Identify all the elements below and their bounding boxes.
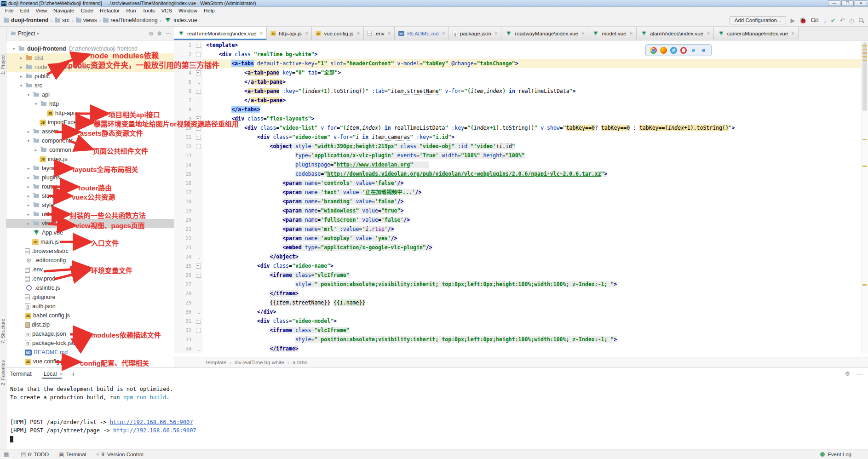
editor-scrollbar[interactable]: [861, 40, 868, 353]
tree-item[interactable]: ▸assets: [6, 127, 174, 136]
close-button[interactable]: ✕: [855, 0, 867, 6]
tree-item[interactable]: App.vue: [6, 228, 174, 237]
editor-tab[interactable]: model.vue✕: [588, 27, 637, 40]
tree-item[interactable]: ▸layouts: [6, 164, 174, 173]
editor-tab[interactable]: JShttp-api.js✕: [267, 27, 312, 40]
close-icon[interactable]: ✕: [581, 31, 585, 36]
tree-item[interactable]: ▾http: [6, 99, 174, 109]
close-icon[interactable]: ✕: [494, 31, 498, 36]
chevron-down-icon[interactable]: ▾: [37, 31, 39, 36]
editor-tab[interactable]: alarmVideos\index.vue✕: [637, 27, 714, 40]
window-control-button[interactable]: ❐: [841, 0, 854, 6]
menu-run[interactable]: Run: [123, 8, 139, 13]
menu-help[interactable]: Help: [201, 8, 218, 13]
editor-area[interactable]: realTimeMonitoring\index.vue✕JShttp-api.…: [174, 27, 868, 367]
toolwindow-structure-label[interactable]: 7: Structure: [0, 319, 6, 344]
editor-tab[interactable]: cameraManage\index.vue✕: [714, 27, 799, 40]
editor-breadcrumb-item[interactable]: div.realTime.bg-white: [235, 360, 284, 365]
tree-item[interactable]: ▸public: [6, 72, 174, 81]
tree-item[interactable]: ▾api: [6, 90, 174, 99]
close-icon[interactable]: ✕: [707, 31, 710, 36]
window-control-button[interactable]: —: [828, 0, 840, 6]
tree-item[interactable]: ▾components: [6, 136, 174, 145]
chrome-icon[interactable]: [650, 47, 657, 54]
menu-navigate[interactable]: Navigate: [50, 8, 77, 13]
statusbar-event-log[interactable]: Event Log: [820, 452, 851, 457]
statusbar-terminal[interactable]: ▣Terminal: [59, 451, 86, 458]
close-icon[interactable]: ✕: [59, 372, 63, 376]
locate-file-icon[interactable]: ⊕: [149, 30, 153, 37]
close-icon[interactable]: ✕: [305, 31, 309, 36]
editor-breadcrumb-item[interactable]: template: [206, 360, 226, 365]
menu-edit[interactable]: Edit: [17, 8, 33, 13]
tree-item[interactable]: MDREADME.md: [6, 348, 174, 357]
statusbar-todo[interactable]: ▤6: TODO: [21, 451, 49, 458]
tree-item[interactable]: JSindex.js: [6, 155, 174, 164]
breadcrumb-item[interactable]: src: [55, 17, 69, 23]
search-icon[interactable]: [858, 17, 864, 23]
breadcrumb-item[interactable]: realTimeMonitoring: [103, 17, 157, 23]
settings-gear-icon[interactable]: ⚙: [157, 30, 162, 37]
tree-item[interactable]: ▸dist: [6, 53, 174, 63]
close-icon[interactable]: ✕: [388, 31, 391, 36]
toolwindow-project-label[interactable]: 1: Project: [0, 54, 6, 75]
tree-item[interactable]: .eslintrc.js: [6, 283, 174, 293]
tree-item[interactable]: ▾src: [6, 81, 174, 90]
git-history-icon[interactable]: ◷: [849, 17, 854, 24]
ie-icon[interactable]: e: [690, 47, 697, 54]
statusbar-version-control[interactable]: ⑂9: Version Control: [96, 451, 144, 458]
editor-tab[interactable]: roadwayManage\index.vue✕: [501, 27, 588, 40]
tree-item[interactable]: {}auth.json: [6, 302, 174, 311]
breadcrumb-item[interactable]: index.vue: [164, 17, 197, 24]
hide-panel-icon[interactable]: —: [166, 30, 171, 37]
tree-item[interactable]: JSmain.js: [6, 237, 174, 247]
git-commit-icon[interactable]: ✔: [831, 17, 836, 24]
editor-tab[interactable]: {}package.json✕: [449, 27, 501, 40]
add-configuration-button[interactable]: Add Configuration...: [730, 16, 787, 24]
editor-breadcrumb-item[interactable]: a-tabs: [293, 360, 307, 365]
tree-item[interactable]: {}package-lock.json: [6, 339, 174, 348]
toolwindow-favorites-label[interactable]: 2: Favorites: [0, 360, 6, 385]
project-tree[interactable]: ▾duoji-frontendD:\zheheWeb\duoji-fronten…: [6, 44, 174, 366]
opera-icon[interactable]: [680, 47, 687, 54]
breadcrumb-item[interactable]: views: [76, 17, 97, 23]
git-update-icon[interactable]: ↓: [823, 17, 827, 24]
tree-item[interactable]: ▸plugins: [6, 173, 174, 182]
tree-item[interactable]: ▸style: [6, 201, 174, 210]
close-icon[interactable]: ✕: [629, 31, 633, 36]
new-terminal-tab-button[interactable]: +: [71, 370, 75, 378]
git-revert-icon[interactable]: ↶: [840, 17, 845, 24]
tree-item[interactable]: dist.zip: [6, 320, 174, 329]
close-icon[interactable]: ✕: [791, 31, 795, 36]
menu-tools[interactable]: Tools: [139, 8, 158, 13]
breadcrumb-item[interactable]: duoji-frontend: [4, 17, 48, 23]
close-icon[interactable]: ✕: [442, 31, 446, 36]
tree-item[interactable]: .browserslistrc: [6, 247, 174, 256]
tree-item[interactable]: ▸views: [6, 219, 174, 228]
tree-item[interactable]: JSbabel.config.js: [6, 311, 174, 320]
tree-item[interactable]: ▸common: [6, 145, 174, 155]
menu-vcs[interactable]: VCS: [158, 8, 175, 13]
tree-item[interactable]: .env.prod: [6, 274, 174, 283]
terminal-tab-local[interactable]: Local✕: [39, 371, 65, 377]
tree-item[interactable]: ▾duoji-frontendD:\zheheWeb\duoji-fronten…: [6, 44, 174, 53]
safari-icon[interactable]: [670, 47, 677, 54]
run-icon[interactable]: ▶: [790, 17, 795, 24]
statusbar-grid-icon[interactable]: ▦: [4, 451, 9, 458]
menu-refactor[interactable]: Refactor: [97, 8, 123, 13]
tree-item[interactable]: ▸utils: [6, 210, 174, 219]
tree-item[interactable]: JSimportExcel.js: [6, 118, 174, 127]
menu-window[interactable]: Window: [175, 8, 201, 13]
terminal-settings-gear-icon[interactable]: ⚙: [845, 370, 850, 377]
tree-item[interactable]: .gitignore: [6, 293, 174, 302]
firefox-icon[interactable]: [660, 47, 667, 54]
tree-item[interactable]: ▸store: [6, 191, 174, 201]
tree-item[interactable]: JSvue.config.js: [6, 357, 174, 366]
tree-item[interactable]: JShttp-api.js: [6, 109, 174, 118]
tree-item[interactable]: ▸router: [6, 182, 174, 191]
close-icon[interactable]: ✕: [356, 31, 360, 36]
menu-code[interactable]: Code: [77, 8, 97, 13]
tree-item[interactable]: {}package.json: [6, 329, 174, 339]
editor-tab[interactable]: JSvue.config.js✕: [312, 27, 363, 40]
editor-tab[interactable]: realTimeMonitoring\index.vue✕: [174, 27, 267, 40]
